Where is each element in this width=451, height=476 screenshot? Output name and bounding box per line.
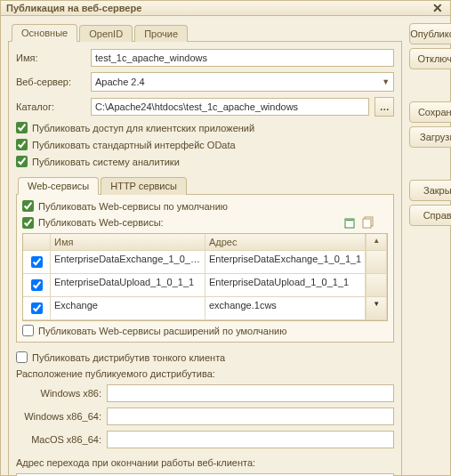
tab-openid[interactable]: OpenID (79, 25, 133, 42)
publish-button[interactable]: Опубликовать (409, 23, 451, 44)
add-icon[interactable] (343, 215, 358, 230)
name-input[interactable] (91, 49, 394, 67)
row-cb[interactable] (31, 279, 43, 291)
cb-ws-ext[interactable] (22, 325, 34, 336)
tab-main-content: Имя: Веб-сервер: Apache 2.4 ▼ Каталог: …… (8, 42, 402, 476)
cell-name: Exchange (51, 297, 205, 320)
cb-analytics-label: Публиковать систему аналитики (32, 157, 180, 167)
dialog-window: Публикация на веб-сервере ✕ Основные Ope… (0, 0, 451, 476)
label-name: Имя: (16, 52, 85, 63)
cb-client-apps[interactable] (16, 122, 28, 133)
cb-ws-default-label: Публиковать Web-сервисы по умолчанию (38, 201, 228, 212)
mac-input[interactable] (107, 431, 394, 448)
disconnect-button[interactable]: Отключить (409, 48, 451, 69)
webserver-value: Apache 2.4 (95, 77, 145, 87)
main-tabs: Основные OpenID Прочие (8, 21, 402, 42)
title: Публикация на веб-сервере (6, 3, 141, 13)
label-winx64: Windows x86_64: (16, 411, 101, 422)
button-panel: Опубликовать Отключить Сохранить Загрузи… (409, 21, 451, 476)
close-button[interactable]: Закрыть (409, 180, 451, 201)
cell-addr: EnterpriseDataUpload_1_0_1_1 (205, 274, 366, 297)
cb-thin-client-label: Публиковать дистрибутив тонкого клиента (32, 352, 225, 363)
cb-analytics[interactable] (16, 156, 28, 167)
redirect-label: Адрес перехода при окончании работы веб-… (16, 457, 394, 468)
cb-ws-default[interactable] (22, 200, 34, 212)
label-catalog: Каталог: (16, 101, 85, 112)
cb-ws-ext-label: Публиковать Web-сервисы расширений по ум… (38, 326, 286, 336)
table-row[interactable]: EnterpriseDataExchange_1_0_1_1 Enterpris… (23, 251, 387, 274)
cell-addr: exchange.1cws (205, 297, 366, 320)
cb-odata[interactable] (16, 139, 28, 150)
winx64-input[interactable] (107, 407, 394, 425)
copy-icon[interactable] (361, 215, 375, 230)
tab-main[interactable]: Основные (12, 24, 77, 42)
scroll-down-icon[interactable]: ▼ (366, 297, 387, 320)
row-cb[interactable] (31, 256, 43, 268)
svg-rect-3 (363, 219, 371, 228)
label-webserver: Веб-сервер: (16, 77, 85, 87)
ws-table: Имя Адрес ▲ EnterpriseDataExchange_1_0_1… (22, 233, 388, 321)
load-button[interactable]: Загрузить (409, 126, 451, 148)
svg-rect-1 (346, 220, 353, 221)
catalog-input[interactable] (91, 98, 369, 116)
chevron-down-icon: ▼ (382, 77, 390, 86)
table-row[interactable]: Exchange exchange.1cws ▼ (23, 297, 387, 320)
titlebar: Публикация на веб-сервере ✕ (1, 1, 450, 16)
row-cb[interactable] (31, 303, 43, 314)
subtab-httpservices[interactable]: HTTP сервисы (101, 177, 187, 195)
cb-odata-label: Публиковать стандартный интерфейс OData (32, 140, 236, 150)
th-name[interactable]: Имя (51, 234, 205, 251)
cell-name: EnterpriseDataExchange_1_0_1_1 (51, 251, 205, 274)
tab-other[interactable]: Прочие (134, 25, 188, 42)
cell-addr: EnterpriseDataExchange_1_0_1_1 (205, 251, 366, 274)
help-button[interactable]: Справка (409, 205, 451, 226)
label-mac: MacOS x86_64: (16, 434, 101, 445)
close-icon[interactable]: ✕ (431, 1, 445, 15)
thin-location-label: Расположение публикуемого дистрибутива: (16, 368, 394, 379)
browse-button[interactable]: … (374, 97, 394, 117)
webserver-select[interactable]: Apache 2.4 ▼ (91, 72, 394, 92)
webservices-panel: Публиковать Web-сервисы по умолчанию Пуб… (16, 195, 394, 343)
cb-ws-pub[interactable] (22, 217, 34, 229)
th-addr[interactable]: Адрес (205, 234, 366, 251)
cell-name: EnterpriseDataUpload_1_0_1_1 (51, 274, 205, 297)
scroll-up-icon[interactable]: ▲ (366, 234, 387, 251)
save-button[interactable]: Сохранить (409, 101, 451, 123)
table-row[interactable]: EnterpriseDataUpload_1_0_1_1 EnterpriseD… (23, 274, 387, 297)
cb-thin-client[interactable] (16, 351, 28, 363)
cb-ws-pub-label: Публиковать Web-сервисы: (38, 217, 164, 228)
winx86-input[interactable] (107, 384, 394, 402)
cb-client-apps-label: Публиковать доступ для клиентских прилож… (32, 123, 254, 133)
label-winx86: Windows x86: (16, 388, 101, 399)
subtab-webservices[interactable]: Web-сервисы (18, 177, 99, 195)
